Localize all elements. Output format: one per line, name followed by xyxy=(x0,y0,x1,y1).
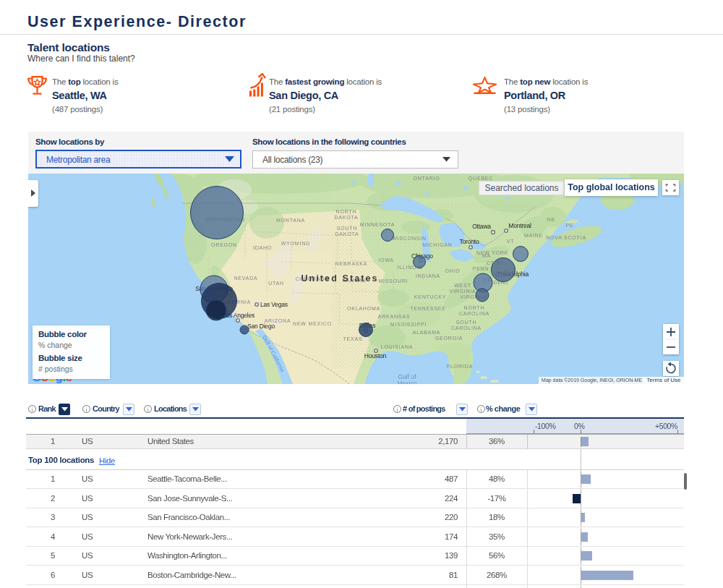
svg-text:FLORIDA: FLORIDA xyxy=(447,364,473,369)
svg-text:MA: MA xyxy=(482,253,491,258)
svg-text:Ottawa: Ottawa xyxy=(472,223,491,230)
svg-text:ONTARIO: ONTARIO xyxy=(414,176,440,181)
svg-text:NEW MEXICO: NEW MEXICO xyxy=(293,321,332,326)
svg-text:PENN: PENN xyxy=(473,266,489,271)
svg-text:DAKOTA: DAKOTA xyxy=(335,231,359,237)
svg-text:OREGON: OREGON xyxy=(211,242,237,247)
svg-text:NEBRASKA: NEBRASKA xyxy=(335,261,368,266)
svg-text:DAKOTA: DAKOTA xyxy=(334,215,358,220)
svg-text:IOWA: IOWA xyxy=(378,257,394,263)
svg-text:WISCONSIN: WISCONSIN xyxy=(392,236,427,241)
svg-text:TEXAS: TEXAS xyxy=(343,336,363,341)
svg-text:MINNESOTA: MINNESOTA xyxy=(360,222,395,227)
svg-text:NORTH: NORTH xyxy=(464,305,485,310)
svg-text:UTAH: UTAH xyxy=(268,281,284,286)
svg-text:NEVADA: NEVADA xyxy=(234,276,257,281)
svg-text:VT: VT xyxy=(507,239,515,244)
svg-text:United States: United States xyxy=(301,273,378,284)
svg-text:Houston: Houston xyxy=(364,352,387,359)
svg-text:ARKANSAS: ARKANSAS xyxy=(378,314,411,319)
svg-text:GEORGIA: GEORGIA xyxy=(435,336,463,341)
svg-text:OHIO: OHIO xyxy=(445,268,460,273)
svg-text:WEST: WEST xyxy=(454,283,471,288)
svg-text:SOUTH: SOUTH xyxy=(337,226,358,231)
svg-text:INDIANA: INDIANA xyxy=(416,273,440,278)
svg-text:MISSOURI: MISSOURI xyxy=(378,278,408,284)
svg-text:Las Vegas: Las Vegas xyxy=(260,301,288,308)
svg-text:San Diego: San Diego xyxy=(247,323,275,330)
svg-text:Montreal: Montreal xyxy=(508,222,531,229)
svg-text:NOVA SCOTIA: NOVA SCOTIA xyxy=(546,235,586,240)
svg-text:IDAHO: IDAHO xyxy=(253,245,272,250)
svg-text:MONTANA: MONTANA xyxy=(276,218,305,223)
svg-text:TENNESSEE: TENNESSEE xyxy=(410,306,446,311)
svg-text:OKLAHOMA: OKLAHOMA xyxy=(347,306,380,311)
svg-text:PE: PE xyxy=(566,223,574,228)
svg-text:MAINE: MAINE xyxy=(524,233,543,238)
svg-text:CAROLINA: CAROLINA xyxy=(459,311,489,316)
svg-text:MICHIGAN: MICHIGAN xyxy=(422,242,452,247)
svg-text:NEW YORK: NEW YORK xyxy=(476,250,508,255)
svg-text:NB: NB xyxy=(547,217,555,222)
svg-text:KENTUCKY: KENTUCKY xyxy=(414,294,447,299)
svg-text:LOUISIANA: LOUISIANA xyxy=(381,344,414,349)
svg-text:NORTH: NORTH xyxy=(336,209,357,214)
svg-text:WYOMING: WYOMING xyxy=(281,241,311,246)
svg-text:SOUTH: SOUTH xyxy=(456,320,477,325)
svg-text:Toronto: Toronto xyxy=(460,238,479,245)
svg-text:ALABAMA: ALABAMA xyxy=(413,330,441,335)
svg-text:CAROLINA: CAROLINA xyxy=(451,325,482,331)
svg-text:VIRGINIA: VIRGINIA xyxy=(449,289,476,294)
svg-text:MISSISSIPPI: MISSISSIPPI xyxy=(390,322,427,327)
